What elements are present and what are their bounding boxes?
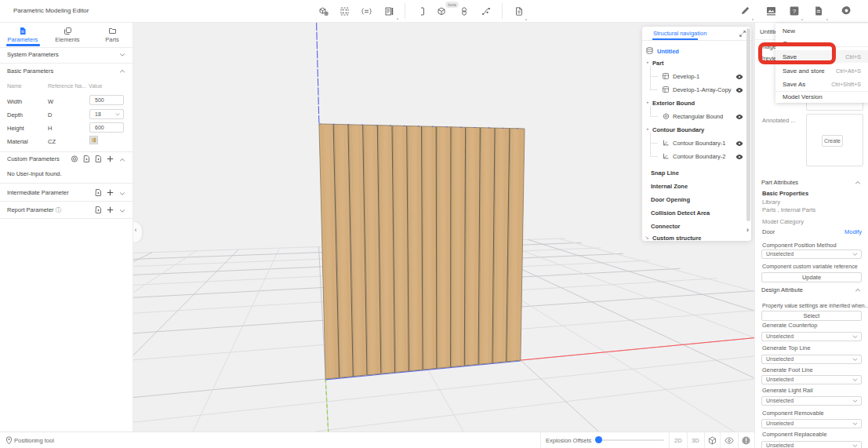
svg-text:?: ? (793, 8, 797, 15)
